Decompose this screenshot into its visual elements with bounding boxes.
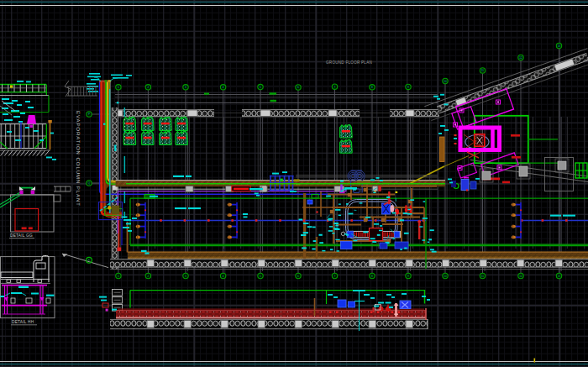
svg-text:GROUND FLOOR PLAN: GROUND FLOOR PLAN: [326, 60, 372, 65]
svg-text:4: 4: [223, 275, 224, 278]
svg-text:5: 5: [260, 275, 261, 278]
svg-text:11: 11: [481, 69, 485, 72]
svg-text:12: 12: [519, 275, 522, 278]
svg-text:13: 13: [558, 45, 561, 48]
svg-text:8: 8: [371, 275, 373, 278]
svg-text:DETAIL HH: DETAIL HH: [12, 320, 34, 324]
svg-text:6: 6: [297, 86, 299, 89]
svg-text:13: 13: [558, 275, 561, 278]
svg-text:1: 1: [118, 86, 119, 89]
svg-text:K: K: [88, 258, 91, 262]
svg-text:7: 7: [334, 275, 336, 278]
svg-text:6: 6: [297, 275, 299, 278]
svg-text:5: 5: [260, 86, 261, 89]
svg-text:3: 3: [185, 275, 186, 278]
svg-text:7: 7: [334, 86, 336, 89]
svg-text:2: 2: [147, 86, 149, 89]
svg-text:8: 8: [371, 86, 373, 89]
svg-text:9: 9: [407, 275, 409, 278]
svg-text:3: 3: [185, 86, 186, 89]
svg-text:EVAPORATION COLUMN PLANT: EVAPORATION COLUMN PLANT: [76, 111, 81, 207]
svg-text:4: 4: [223, 86, 224, 89]
svg-text:2: 2: [147, 275, 149, 278]
svg-text:10: 10: [444, 80, 447, 83]
svg-text:DETAIL GG: DETAIL GG: [10, 233, 33, 238]
svg-text:12: 12: [519, 56, 522, 60]
svg-text:1: 1: [118, 275, 119, 278]
svg-text:Q: Q: [88, 181, 91, 185]
svg-text:9: 9: [407, 86, 409, 89]
svg-text:10: 10: [444, 275, 447, 278]
svg-text:11: 11: [481, 275, 485, 278]
